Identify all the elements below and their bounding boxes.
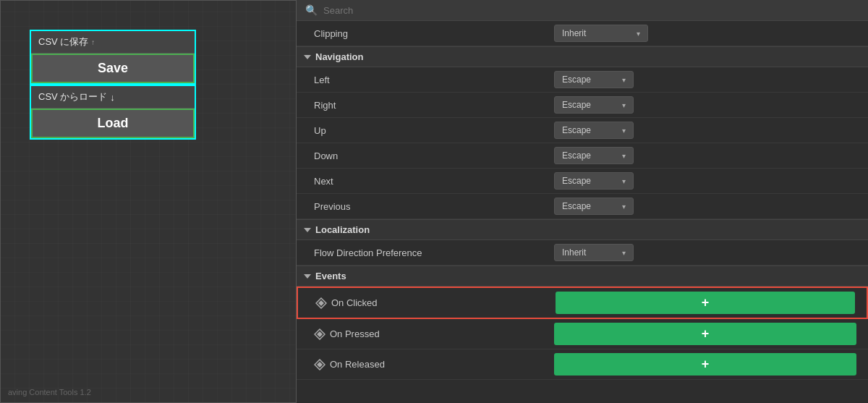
chevron-down-icon: ▾ (622, 152, 626, 160)
csv-load-label: CSV からロード ↓ (31, 86, 195, 109)
csv-load-block: CSV からロード ↓ Load (30, 85, 196, 140)
svg-marker-1 (318, 300, 324, 306)
nav-previous-label: Previous (308, 201, 554, 212)
chevron-down-icon: ▾ (622, 127, 626, 135)
event-icon (315, 297, 327, 309)
nav-up-label: Up (308, 125, 554, 136)
on-pressed-row: On Pressed + (297, 319, 868, 349)
nav-next-selected: Escape (562, 176, 591, 186)
on-clicked-add-button[interactable]: + (556, 292, 855, 314)
nav-next-value: Escape ▾ (554, 172, 856, 190)
svg-marker-5 (317, 362, 323, 368)
nav-up-value: Escape ▾ (554, 122, 856, 139)
navigation-section-label: Navigation (315, 51, 363, 62)
localization-section-label: Localization (315, 224, 370, 235)
properties-panel: 🔍 Clipping Inherit ▾ Navigation Left Esc… (297, 0, 868, 403)
chevron-down-icon: ▾ (622, 76, 626, 84)
nav-up-row: Up Escape ▾ (297, 118, 868, 143)
canvas-widget: CSV に保存 ↑ Save CSV からロード ↓ Load (30, 30, 196, 140)
collapse-navigation-icon (304, 55, 311, 59)
search-icon: 🔍 (305, 4, 318, 16)
nav-left-selected: Escape (562, 75, 591, 85)
nav-down-row: Down Escape ▾ (297, 143, 868, 169)
event-icon (314, 328, 326, 340)
nav-left-label: Left (308, 75, 554, 85)
nav-next-label: Next (308, 176, 554, 187)
csv-save-text: CSV に保存 (38, 35, 88, 48)
clipping-row: Clipping Inherit ▾ (297, 21, 868, 46)
flow-direction-dropdown[interactable]: Inherit ▾ (554, 244, 634, 261)
clipping-value: Inherit ▾ (554, 25, 856, 42)
on-pressed-label: On Pressed (308, 328, 554, 340)
search-bar: 🔍 (297, 0, 868, 21)
nav-next-row: Next Escape ▾ (297, 169, 868, 194)
canvas-panel: CSV に保存 ↑ Save CSV からロード ↓ Load aving Co… (0, 0, 297, 403)
nav-down-selected: Escape (562, 150, 591, 161)
csv-save-label: CSV に保存 ↑ (31, 31, 195, 54)
chevron-down-icon: ▾ (622, 101, 626, 109)
nav-left-value: Escape ▾ (554, 71, 856, 88)
flow-direction-value: Inherit ▾ (554, 244, 856, 261)
nav-right-selected: Escape (562, 100, 591, 110)
nav-previous-row: Previous Escape ▾ (297, 194, 868, 219)
nav-left-row: Left Escape ▾ (297, 67, 868, 93)
events-section-label: Events (315, 271, 346, 281)
nav-right-row: Right Escape ▾ (297, 93, 868, 118)
on-released-text: On Released (330, 359, 385, 370)
clipping-label: Clipping (308, 28, 554, 39)
arrow-down-icon: ↓ (110, 92, 115, 103)
chevron-down-icon: ▾ (637, 30, 640, 38)
nav-right-dropdown[interactable]: Escape ▾ (554, 96, 634, 114)
nav-up-selected: Escape (562, 125, 591, 135)
localization-section-header[interactable]: Localization (297, 219, 868, 240)
event-icon (314, 359, 326, 370)
on-released-add-button[interactable]: + (554, 353, 856, 376)
search-input[interactable] (323, 5, 859, 16)
on-released-label: On Released (308, 359, 554, 370)
nav-down-label: Down (308, 150, 554, 161)
nav-left-dropdown[interactable]: Escape ▾ (554, 71, 634, 88)
on-released-row: On Released + (297, 349, 868, 380)
nav-next-dropdown[interactable]: Escape ▾ (554, 172, 634, 190)
nav-right-value: Escape ▾ (554, 96, 856, 114)
load-button[interactable]: Load (31, 109, 195, 138)
on-clicked-label: On Clicked (310, 297, 556, 309)
nav-down-value: Escape ▾ (554, 147, 856, 164)
save-button[interactable]: Save (31, 54, 195, 83)
csv-load-text: CSV からロード (38, 90, 107, 103)
nav-down-dropdown[interactable]: Escape ▾ (554, 147, 634, 164)
nav-up-dropdown[interactable]: Escape ▾ (554, 122, 634, 139)
on-pressed-add-button[interactable]: + (554, 323, 856, 345)
flow-direction-row: Flow Direction Preference Inherit ▾ (297, 240, 868, 266)
on-pressed-text: On Pressed (330, 328, 380, 339)
events-section-header[interactable]: Events (297, 266, 868, 287)
flow-direction-selected: Inherit (562, 247, 586, 258)
collapse-localization-icon (304, 228, 311, 232)
flow-direction-label: Flow Direction Preference (308, 247, 554, 258)
on-clicked-row: On Clicked + (297, 287, 868, 319)
nav-previous-selected: Escape (562, 201, 591, 211)
svg-marker-3 (317, 331, 323, 337)
on-clicked-text: On Clicked (331, 297, 378, 308)
collapse-events-icon (304, 274, 311, 279)
chevron-down-icon: ▾ (622, 177, 626, 185)
chevron-down-icon: ▾ (622, 203, 626, 211)
nav-previous-value: Escape ▾ (554, 198, 856, 215)
nav-previous-dropdown[interactable]: Escape ▾ (554, 198, 634, 215)
clipping-dropdown[interactable]: Inherit ▾ (554, 25, 648, 42)
csv-save-block: CSV に保存 ↑ Save (30, 30, 196, 85)
chevron-down-icon: ▾ (622, 249, 626, 257)
clipping-selected: Inherit (562, 28, 586, 38)
navigation-section-header[interactable]: Navigation (297, 46, 868, 67)
nav-right-label: Right (308, 100, 554, 111)
arrow-up-icon: ↑ (91, 38, 95, 46)
bottom-label: aving Content Tools 1.2 (8, 388, 91, 396)
